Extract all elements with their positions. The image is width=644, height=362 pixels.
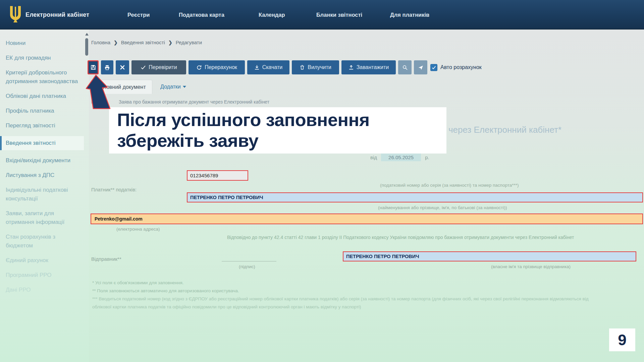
verify-button[interactable]: Перевірити <box>131 60 186 74</box>
form-heading-visible: через Електронний кабінет* <box>448 125 561 135</box>
sidebar: Новини ЕК для громадян Критерії добровіл… <box>0 29 89 362</box>
sidebar-menu: Новини ЕК для громадян Критерії добровіл… <box>0 39 84 294</box>
statement-text: Відповідно до пункту 42.4 статті 42 глав… <box>227 235 574 240</box>
app-title[interactable]: Електронний кабінет <box>25 0 89 29</box>
instruction-line-1: Після успішного заповнення <box>117 109 446 130</box>
download-icon <box>254 65 260 70</box>
breadcrumb-enter-reports[interactable]: Введення звітності <box>121 40 165 45</box>
sidebar-item-budget-settlements[interactable]: Стан розрахунків з бюджетом <box>0 233 84 250</box>
breadcrumb-separator: ❯ <box>168 40 172 45</box>
refresh-icon <box>196 65 202 70</box>
printer-icon <box>104 65 110 70</box>
sidebar-item-compliance-criteria[interactable]: Критерії добровільного дотримання законо… <box>0 68 84 86</box>
upload-button-label: Завантажити <box>357 64 389 70</box>
save-button[interactable] <box>88 60 99 74</box>
sidebar-item-ek-citizens[interactable]: ЕК для громадян <box>0 54 84 62</box>
nav-item-registries[interactable]: Реєстри <box>127 0 150 29</box>
trash-icon <box>300 65 305 70</box>
page-root: { "navbar": { "brand": "Електронний кабі… <box>0 0 644 362</box>
checkbox-check-icon <box>432 65 436 70</box>
delete-button[interactable]: Вилучити <box>292 60 339 74</box>
sidebar-item-view-reports[interactable]: Перегляд звітності <box>0 121 84 130</box>
sidebar-item-software-rro[interactable]: Програмний РРО <box>0 271 84 280</box>
email-field[interactable]: Petrenko@gmail.com <box>91 214 643 224</box>
tax-number-field[interactable]: 0123456789 <box>187 170 248 181</box>
download-button[interactable]: Скачати <box>247 60 289 74</box>
top-navbar: Електронний кабінет Реєстри Податкова ка… <box>0 0 644 29</box>
recalculate-button[interactable]: Перерахунок <box>189 60 245 74</box>
signature-caption: (підпис) <box>239 264 255 269</box>
sidebar-item-account-data[interactable]: Облікові дані платника <box>0 92 84 101</box>
save-floppy-icon <box>90 64 96 70</box>
autocalc-checkbox[interactable] <box>430 64 437 71</box>
tab-attachments-label: Додатки <box>160 84 181 90</box>
sidebar-item-news[interactable]: Новини <box>0 39 84 48</box>
upload-icon <box>348 65 354 70</box>
full-name-field[interactable]: ПЕТРЕНКО ПЕТРО ПЕТРОВИЧ <box>187 192 643 202</box>
nav-item-report-forms[interactable]: Бланки звітності <box>316 0 362 29</box>
sidebar-item-info-requests[interactable]: Заяви, запити для отримання інформації <box>0 209 84 227</box>
pointer-arrow-to-save <box>85 74 119 110</box>
send-button[interactable] <box>414 60 427 74</box>
date-field[interactable]: 26.05.2025 <box>381 154 421 161</box>
footnote-3-continued: облікової картки платника податків та оф… <box>92 303 589 311</box>
verify-button-label: Перевірити <box>149 64 177 70</box>
date-suffix: р. <box>425 155 429 160</box>
instruction-line-2: збережіть заяву <box>117 130 446 151</box>
check-icon <box>141 65 146 70</box>
sidebar-item-tax-consultations[interactable]: Індивідуальні податкові консультації <box>0 186 84 203</box>
download-button-label: Скачати <box>262 64 283 70</box>
tab-attachments[interactable]: Додатки <box>160 80 186 94</box>
slide-page-number: 9 <box>609 328 635 351</box>
nav-item-for-payers[interactable]: Для платників <box>390 0 429 29</box>
footnote-1: * Усі поля є обов'язковими для заповненн… <box>92 279 589 287</box>
autocalc-group: Авто розрахунок <box>430 60 482 74</box>
document-title-line: Заява про бажання отримувати документ че… <box>119 99 269 105</box>
document-toolbar: Перевірити Перерахунок Скачати Вилучити … <box>88 60 482 74</box>
signature-line <box>222 261 276 261</box>
footnotes: * Усі поля є обов'язковими для заповненн… <box>92 279 589 311</box>
nav-item-tax-map[interactable]: Податкова карта <box>179 0 224 29</box>
upload-button[interactable]: Завантажити <box>341 60 396 74</box>
date-label: від <box>370 155 377 160</box>
sidebar-item-single-account[interactable]: Єдиний рахунок <box>0 256 84 265</box>
sidebar-item-enter-reports[interactable]: Введення звітності <box>0 136 84 150</box>
taxpayer-label: Платник** податків: <box>91 187 137 192</box>
autocalc-label: Авто розрахунок <box>440 64 482 70</box>
sidebar-scrollbar-thumb[interactable] <box>85 38 88 56</box>
close-icon <box>120 65 125 70</box>
nav-item-calendar[interactable]: Календар <box>259 0 285 29</box>
chevron-down-icon <box>183 86 186 88</box>
email-caption: (електронна адреса) <box>116 227 160 232</box>
sender-label: Відправник** <box>91 256 121 262</box>
search-icon <box>402 65 408 70</box>
sender-name-field[interactable]: ПЕТРЕНКО ПЕТРО ПЕТРОВИЧ <box>343 251 636 261</box>
instruction-overlay: Після успішного заповнення збережіть зая… <box>109 107 446 154</box>
footnote-2: ** Поля заповнюються автоматично для авт… <box>92 287 589 295</box>
breadcrumb: Головна ❯ Введення звітності ❯ Редагуват… <box>91 40 202 45</box>
sidebar-item-payer-profile[interactable]: Профіль платника <box>0 107 84 115</box>
print-button[interactable] <box>101 60 113 74</box>
sidebar-item-rro-data[interactable]: Дані РРО <box>0 286 84 294</box>
tax-number-caption: (податковий номер або серія (за наявност… <box>380 183 519 188</box>
sidebar-item-in-out-documents[interactable]: Вхідні/вихідні документи <box>0 156 84 165</box>
sidebar-item-correspondence-dps[interactable]: Листування з ДПС <box>0 171 84 180</box>
footnote-3: *** Вводиться податковий номер (код згід… <box>92 295 589 303</box>
breadcrumb-edit[interactable]: Редагувати <box>176 40 202 45</box>
sender-caption: (власне ім'я та прізвище відправника) <box>491 264 571 269</box>
breadcrumb-home[interactable]: Головна <box>91 40 110 45</box>
recalculate-button-label: Перерахунок <box>205 64 237 70</box>
breadcrumb-separator: ❯ <box>114 40 118 45</box>
delete-button-label: Вилучити <box>308 64 331 70</box>
form-date-row: від 26.05.2025 р. <box>370 154 429 161</box>
paper-plane-icon <box>418 65 424 70</box>
close-button[interactable] <box>116 60 129 74</box>
sidebar-scroll-up-arrow[interactable] <box>85 33 89 36</box>
search-button[interactable] <box>398 60 412 74</box>
trident-logo-icon <box>9 5 22 24</box>
full-name-caption: (найменування або прізвище, ім'я, по бат… <box>378 205 507 210</box>
